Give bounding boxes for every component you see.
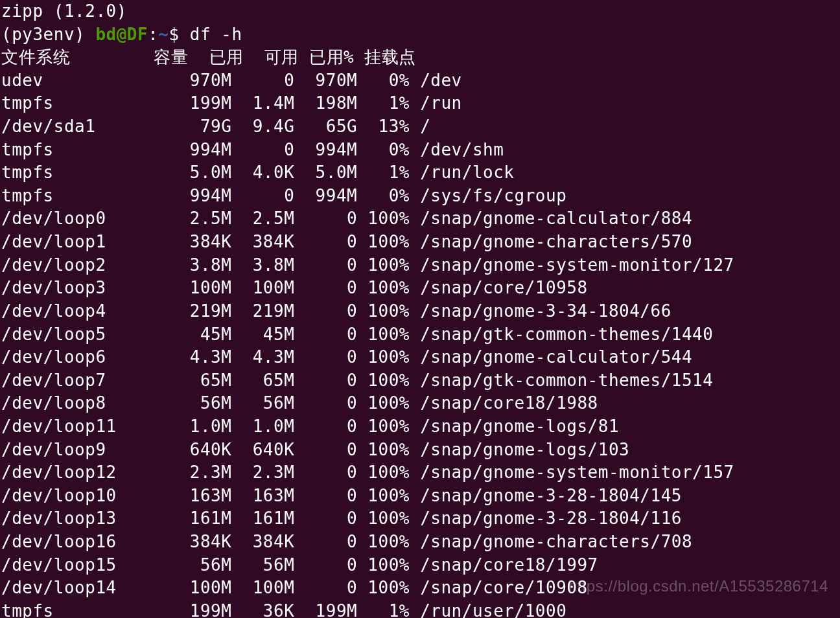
terminal-output[interactable]: zipp (1.2.0) (py3env) bd@DF:~$ df -h 文件系…: [0, 0, 840, 618]
table-row: /dev/loop7 65M 65M 0 100% /snap/gtk-comm…: [1, 371, 713, 390]
table-row: /dev/loop14 100M 100M 0 100% /snap/core/…: [1, 578, 588, 597]
header-filesystem: 文件系统: [1, 47, 70, 67]
header-used: 已用: [209, 47, 244, 67]
table-row: /dev/loop15 56M 56M 0 100% /snap/core18/…: [1, 555, 598, 575]
table-row: /dev/sda1 79G 9.4G 65G 13% /: [1, 117, 430, 136]
prompt-user-host: bd@DF: [95, 25, 148, 44]
table-row: /dev/loop12 2.3M 2.3M 0 100% /snap/gnome…: [1, 463, 734, 482]
table-row: /dev/loop8 56M 56M 0 100% /snap/core18/1…: [1, 393, 598, 413]
command-text: df -h: [190, 25, 242, 44]
header-mount: 挂载点: [364, 47, 416, 67]
table-row: /dev/loop2 3.8M 3.8M 0 100% /snap/gnome-…: [1, 255, 734, 275]
prompt-colon: :: [148, 25, 158, 44]
header-usepct: 已用%: [309, 47, 354, 67]
table-row: tmpfs 5.0M 4.0K 5.0M 1% /run/lock: [1, 163, 515, 182]
table-row: /dev/loop4 219M 219M 0 100% /snap/gnome-…: [1, 301, 671, 321]
table-row: /dev/loop9 640K 640K 0 100% /snap/gnome-…: [1, 440, 629, 459]
prompt-path: ~: [158, 25, 169, 44]
table-row: tmpfs 994M 0 994M 0% /sys/fs/cgroup: [1, 186, 566, 205]
prompt-dollar: $: [169, 25, 189, 44]
df-header-row: 文件系统 容量 已用 可用 已用% 挂载点: [1, 47, 416, 67]
prompt-env: (py3env): [1, 25, 95, 44]
table-row: /dev/loop11 1.0M 1.0M 0 100% /snap/gnome…: [1, 417, 619, 436]
table-row: /dev/loop1 384K 384K 0 100% /snap/gnome-…: [1, 232, 692, 251]
table-row: /dev/loop0 2.5M 2.5M 0 100% /snap/gnome-…: [1, 209, 692, 228]
table-row: /dev/loop6 4.3M 4.3M 0 100% /snap/gnome-…: [1, 347, 692, 367]
table-row: /dev/loop10 163M 163M 0 100% /snap/gnome…: [1, 486, 682, 505]
df-rows: udev 970M 0 970M 0% /dev tmpfs 199M 1.4M…: [1, 69, 839, 618]
table-row: udev 970M 0 970M 0% /dev: [1, 71, 462, 90]
table-row: tmpfs 994M 0 994M 0% /dev/shm: [1, 140, 504, 159]
header-size: 容量: [154, 47, 188, 67]
top-line: zipp (1.2.0): [1, 1, 127, 21]
table-row: tmpfs 199M 1.4M 198M 1% /run: [1, 93, 462, 113]
table-row: /dev/loop3 100M 100M 0 100% /snap/core/1…: [1, 278, 588, 297]
table-row: tmpfs 199M 36K 199M 1% /run/user/1000: [1, 601, 566, 618]
watermark-text: https://blog.csdn.net/A15535286714: [568, 576, 828, 597]
header-avail: 可用: [264, 47, 299, 67]
table-row: /dev/loop13 161M 161M 0 100% /snap/gnome…: [1, 509, 682, 528]
table-row: /dev/loop16 384K 384K 0 100% /snap/gnome…: [1, 532, 692, 551]
table-row: /dev/loop5 45M 45M 0 100% /snap/gtk-comm…: [1, 325, 713, 344]
